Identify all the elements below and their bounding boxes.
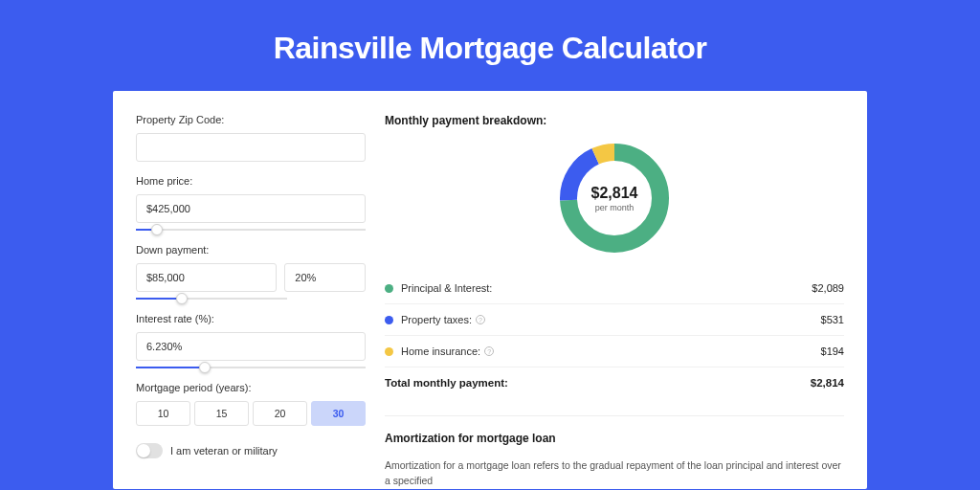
down-payment-label: Down payment: — [136, 244, 366, 256]
total-label: Total monthly payment: — [385, 377, 508, 389]
page-title: Rainsville Mortgage Calculator — [0, 0, 980, 91]
amortization-title: Amortization for mortgage loan — [385, 432, 844, 445]
period-label: Mortgage period (years): — [136, 382, 366, 393]
period-btn-15[interactable]: 15 — [194, 401, 249, 426]
zip-label: Property Zip Code: — [136, 114, 366, 125]
veteran-label: I am veteran or military — [170, 445, 278, 457]
donut-amount: $2,814 — [591, 185, 638, 202]
amortization-section: Amortization for mortgage loan Amortizat… — [385, 415, 844, 489]
donut-sub: per month — [591, 203, 638, 212]
info-icon[interactable]: ? — [476, 315, 485, 324]
legend-row-insurance: Home insurance: ? $194 — [385, 336, 844, 368]
down-payment-pct-input[interactable] — [284, 263, 366, 292]
down-payment-input[interactable] — [136, 263, 277, 292]
period-buttons: 10 15 20 30 — [136, 401, 366, 426]
form-column: Property Zip Code: Home price: Down paym… — [136, 114, 366, 489]
info-icon[interactable]: ? — [484, 346, 494, 356]
period-btn-30[interactable]: 30 — [311, 401, 366, 426]
amortization-text: Amortization for a mortgage loan refers … — [385, 458, 844, 489]
period-btn-10[interactable]: 10 — [136, 401, 190, 426]
legend-row-principal: Principal & Interest: $2,089 — [385, 273, 844, 304]
home-price-input[interactable] — [136, 194, 366, 223]
slider-thumb[interactable] — [151, 224, 163, 235]
toggle-knob — [137, 444, 150, 457]
period-btn-20[interactable]: 20 — [253, 401, 307, 426]
interest-label: Interest rate (%): — [136, 313, 366, 324]
interest-slider[interactable] — [136, 367, 366, 368]
legend-value: $194 — [821, 345, 844, 357]
down-payment-slider[interactable] — [136, 298, 287, 300]
calculator-card: Property Zip Code: Home price: Down paym… — [113, 91, 867, 489]
total-value: $2,814 — [811, 377, 844, 389]
legend-value: $531 — [821, 314, 844, 325]
home-price-label: Home price: — [136, 175, 366, 187]
home-price-slider[interactable] — [136, 229, 366, 231]
zip-input[interactable] — [136, 133, 366, 162]
donut-chart: $2,814 per month — [557, 141, 672, 256]
legend-label: Home insurance: ? — [401, 345, 821, 357]
veteran-toggle[interactable] — [136, 443, 163, 458]
legend-row-taxes: Property taxes: ? $531 — [385, 304, 844, 336]
legend-dot-icon — [385, 347, 393, 356]
breakdown-title: Monthly payment breakdown: — [385, 114, 844, 127]
legend-dot-icon — [385, 284, 393, 293]
legend-label: Property taxes: ? — [401, 314, 821, 325]
legend-value: $2,089 — [812, 282, 844, 294]
interest-input[interactable] — [136, 332, 366, 361]
total-row: Total monthly payment: $2,814 — [385, 368, 844, 398]
breakdown-column: Monthly payment breakdown: $2,814 per mo… — [385, 114, 844, 489]
legend-label: Principal & Interest: — [401, 282, 812, 294]
legend-dot-icon — [385, 316, 393, 324]
slider-thumb[interactable] — [199, 362, 211, 373]
slider-thumb[interactable] — [176, 293, 188, 304]
